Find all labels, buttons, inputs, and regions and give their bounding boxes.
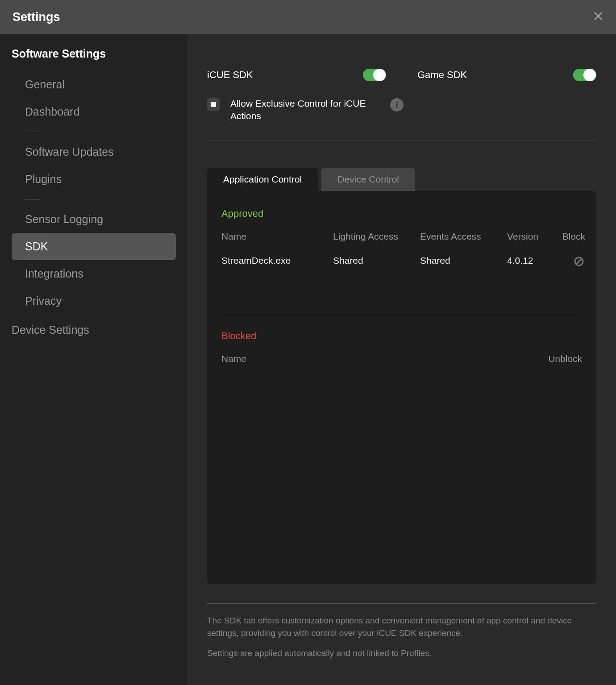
titlebar: Settings [0, 0, 616, 34]
sidebar-divider [25, 132, 41, 132]
sidebar-item-sensor-logging[interactable]: Sensor Logging [12, 206, 176, 233]
approved-heading: Approved [221, 208, 582, 220]
col-version: Version [507, 231, 558, 242]
col-name: Name [221, 353, 246, 364]
sidebar-item-general[interactable]: General [12, 71, 176, 98]
settings-window: Settings Software Settings General Dashb… [0, 0, 616, 685]
sidebar-divider [25, 199, 41, 199]
game-sdk-label: Game SDK [417, 69, 467, 81]
block-icon[interactable] [573, 255, 585, 268]
cell-name: StreamDeck.exe [221, 255, 333, 269]
col-lighting-access: Lighting Access [333, 231, 420, 242]
tab-application-control[interactable]: Application Control [207, 168, 318, 191]
icue-sdk-toggle[interactable] [363, 69, 386, 81]
cell-events-access: Shared [420, 255, 507, 269]
table-row: StreamDeck.exe Shared Shared 4.0.12 [221, 255, 582, 269]
sidebar: Software Settings General Dashboard Soft… [0, 34, 187, 685]
footer-text-1: The SDK tab offers customization options… [207, 614, 596, 640]
sidebar-item-sdk[interactable]: SDK [12, 233, 176, 260]
sidebar-section-software: Software Settings [12, 47, 176, 60]
cell-lighting-access: Shared [333, 255, 420, 269]
col-events-access: Events Access [420, 231, 507, 242]
footer-divider [207, 603, 596, 604]
col-unblock: Unblock [548, 353, 582, 364]
divider [207, 141, 596, 141]
sidebar-item-dashboard[interactable]: Dashboard [12, 98, 176, 125]
exclusive-control-label: Allow Exclusive Control for iCUE Actions [230, 97, 373, 123]
application-control-panel: Approved Name Lighting Access Events Acc… [207, 191, 596, 584]
exclusive-control-checkbox[interactable] [207, 98, 220, 111]
close-icon[interactable] [593, 11, 604, 24]
sidebar-item-software-updates[interactable]: Software Updates [12, 138, 176, 166]
game-sdk-toggle[interactable] [573, 69, 596, 81]
window-title: Settings [12, 10, 60, 24]
tabs: Application Control Device Control [207, 168, 596, 191]
blocked-heading: Blocked [221, 330, 582, 342]
sidebar-section-device: Device Settings [12, 324, 176, 336]
tab-device-control[interactable]: Device Control [321, 168, 415, 191]
panel-divider [221, 314, 582, 314]
cell-version: 4.0.12 [507, 255, 558, 269]
sidebar-item-plugins[interactable]: Plugins [12, 166, 176, 193]
info-icon[interactable]: i [390, 98, 404, 112]
col-name: Name [221, 231, 333, 242]
main-panel: iCUE SDK Game SDK Allow Exclusive Contro… [187, 34, 616, 685]
blocked-table-header: Name Unblock [221, 353, 582, 364]
footer-text-2: Settings are applied automatically and n… [207, 647, 596, 660]
sidebar-item-integrations[interactable]: Integrations [12, 260, 176, 287]
approved-table-header: Name Lighting Access Events Access Versi… [221, 231, 582, 242]
col-block: Block [558, 231, 585, 242]
sidebar-item-privacy[interactable]: Privacy [12, 287, 176, 315]
icue-sdk-label: iCUE SDK [207, 69, 253, 81]
